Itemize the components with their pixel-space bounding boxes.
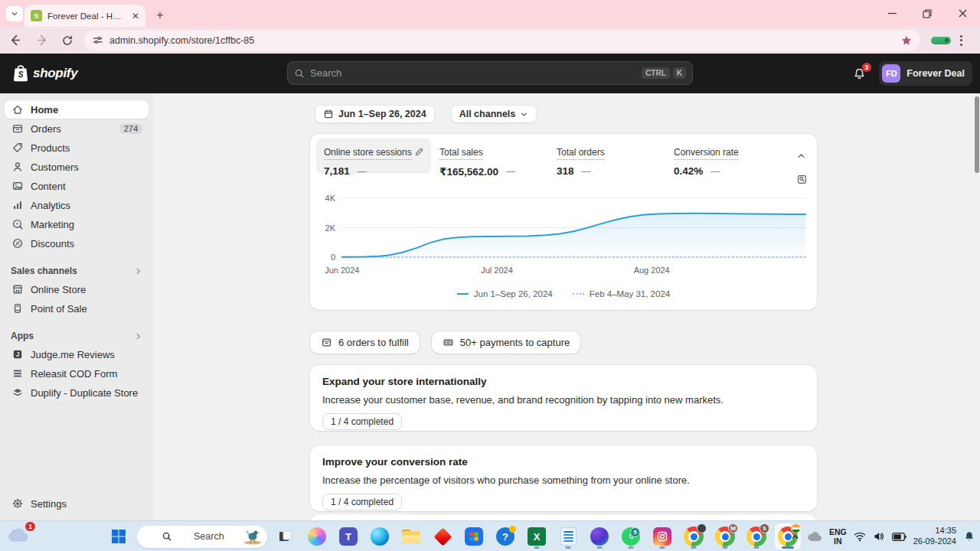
- metric-value: ₹165,562.00: [439, 165, 498, 178]
- copilot-icon: [308, 527, 326, 546]
- reload-button[interactable]: [57, 30, 78, 51]
- file-explorer-button[interactable]: [398, 523, 424, 549]
- taskbar-weather-widget[interactable]: 1: [6, 525, 37, 548]
- shopify-logo[interactable]: S shopify: [12, 64, 77, 83]
- main-content: Jun 1–Sep 26, 2024 All channels Online s…: [153, 93, 980, 520]
- site-info-icon[interactable]: [92, 34, 103, 46]
- metric-total-orders[interactable]: Total orders 318—: [557, 139, 605, 177]
- sidebar-item-online-store[interactable]: Online Store: [5, 280, 149, 298]
- metric-value: 7,181: [324, 165, 350, 177]
- canva-button[interactable]: [586, 523, 612, 549]
- metric-total-sales[interactable]: Total sales ₹165,562.00—: [439, 139, 515, 178]
- sidebar-item-orders[interactable]: Orders 274: [5, 119, 149, 138]
- payments-to-capture-button[interactable]: 50+ payments to capture: [432, 331, 580, 354]
- browser-tab[interactable]: S Forever Deal - Home - Shopify ✕: [24, 5, 145, 27]
- quick-share-button[interactable]: [430, 523, 456, 549]
- chevron-right-icon[interactable]: [134, 267, 142, 276]
- browser-menu-icon[interactable]: [960, 35, 962, 46]
- sidebar-item-settings[interactable]: Settings: [5, 494, 149, 513]
- sidebar-item-products[interactable]: Products: [5, 139, 149, 157]
- search-placeholder: Search: [310, 67, 341, 79]
- bookmark-star-icon[interactable]: [900, 34, 913, 47]
- metric-value: 318: [557, 165, 574, 177]
- excel-button[interactable]: X: [524, 523, 550, 549]
- taskbar-search-box[interactable]: Search: [137, 526, 267, 548]
- view-report-icon[interactable]: [796, 174, 808, 185]
- sidebar-item-judgeme-reviews[interactable]: J Judge.me Reviews: [5, 345, 149, 364]
- tab-close-icon[interactable]: ✕: [132, 11, 139, 21]
- sales-channels-header[interactable]: Sales channels: [5, 263, 149, 279]
- edge-icon: [371, 527, 389, 546]
- legend-previous-period: Feb 4–May 31, 2024: [573, 289, 671, 298]
- pencil-icon[interactable]: [414, 147, 424, 157]
- instagram-button[interactable]: [649, 523, 675, 549]
- sidebar-item-releasit-cod-form[interactable]: Releasit COD Form: [5, 364, 149, 383]
- chrome-profile-badge: S: [760, 523, 769, 533]
- sidebar-item-analytics[interactable]: Analytics: [5, 196, 149, 214]
- sidebar-item-discounts[interactable]: Discounts: [5, 234, 149, 253]
- copilot-button[interactable]: [304, 523, 330, 549]
- file-explorer-icon: [402, 530, 420, 544]
- new-tab-button[interactable]: +: [152, 7, 168, 24]
- edge-button[interactable]: [367, 523, 393, 549]
- wifi-icon[interactable]: [854, 531, 866, 542]
- get-help-button[interactable]: ?: [492, 523, 518, 549]
- date-range-button[interactable]: Jun 1–Sep 26, 2024: [315, 105, 435, 123]
- language-indicator[interactable]: ENG IN: [829, 527, 847, 546]
- minimize-button[interactable]: [874, 0, 910, 27]
- improve-conversion-card[interactable]: Improve your conversion rate Increase th…: [310, 445, 817, 511]
- notification-center-bell-icon[interactable]: [963, 530, 975, 543]
- windows-taskbar: 1 Search: [0, 520, 980, 551]
- store-account-button[interactable]: FD Forever Deal: [879, 61, 972, 86]
- page-scrollbar[interactable]: [975, 96, 979, 173]
- teams-button[interactable]: T: [335, 523, 361, 549]
- back-button[interactable]: [5, 30, 26, 51]
- hidden-icons-chevron[interactable]: [790, 532, 800, 542]
- canva-icon: [590, 527, 609, 546]
- metric-conversion-rate[interactable]: Conversion rate 0.42%—: [674, 139, 739, 177]
- sidebar-item-point-of-sale[interactable]: Point of Sale: [5, 299, 149, 318]
- whatsapp-button[interactable]: 5: [618, 523, 644, 549]
- admin-search-bar[interactable]: Search CTRL K: [287, 61, 693, 85]
- battery-icon[interactable]: [892, 533, 906, 541]
- notifications-button[interactable]: 3: [848, 63, 870, 84]
- channel-filter-button[interactable]: All channels: [451, 105, 537, 123]
- chrome-profile1-button[interactable]: [681, 523, 707, 549]
- shopify-wordmark: shopify: [33, 66, 77, 81]
- chrome-profile3-button[interactable]: S: [743, 523, 769, 549]
- taskbar-clock[interactable]: 14:35 26-09-2024: [913, 526, 956, 547]
- extension-icon[interactable]: [931, 37, 951, 44]
- collapse-chart-button[interactable]: [796, 151, 806, 161]
- close-button[interactable]: [945, 0, 980, 27]
- ctrl-key-badge: CTRL: [642, 67, 670, 79]
- metric-online-store-sessions[interactable]: Online store sessions 7,181—: [316, 139, 431, 174]
- tab-search-button[interactable]: [6, 6, 23, 21]
- forward-button[interactable]: [31, 30, 52, 51]
- chrome-profile2-button[interactable]: M: [712, 523, 738, 549]
- restore-button[interactable]: [910, 0, 945, 27]
- address-bar[interactable]: admin.shopify.com/store/1cffbc-85: [84, 30, 920, 51]
- volume-icon[interactable]: [873, 531, 885, 542]
- microsoft-store-icon: [465, 527, 483, 546]
- orders-to-fulfill-button[interactable]: 6 orders to fulfill: [310, 331, 420, 354]
- avatar: FD: [882, 64, 900, 83]
- onedrive-icon[interactable]: [807, 531, 822, 542]
- task-view-button[interactable]: [273, 523, 299, 549]
- chevron-right-icon[interactable]: [134, 332, 142, 341]
- x-tick-jun: Jun 2024: [325, 266, 359, 275]
- sidebar-item-marketing[interactable]: Marketing: [5, 215, 149, 233]
- progress-badge: 1 / 4 completed: [322, 494, 402, 510]
- running-indicator: [691, 546, 697, 549]
- order-box-icon: [321, 337, 332, 348]
- expand-store-card[interactable]: Expand your store internationally Increa…: [310, 365, 817, 431]
- sidebar-item-content[interactable]: Content: [5, 177, 149, 195]
- running-indicator: [754, 546, 760, 549]
- sidebar-item-home[interactable]: Home: [5, 100, 149, 119]
- tray-date: 26-09-2024: [913, 536, 956, 546]
- sidebar-item-customers[interactable]: Customers: [5, 158, 149, 176]
- start-button[interactable]: [106, 523, 132, 549]
- apps-header[interactable]: Apps: [5, 328, 149, 344]
- sidebar-item-duplify[interactable]: Duplify - Duplicate Store: [5, 383, 149, 402]
- microsoft-store-button[interactable]: [461, 523, 487, 549]
- notes-app-button[interactable]: [555, 523, 581, 549]
